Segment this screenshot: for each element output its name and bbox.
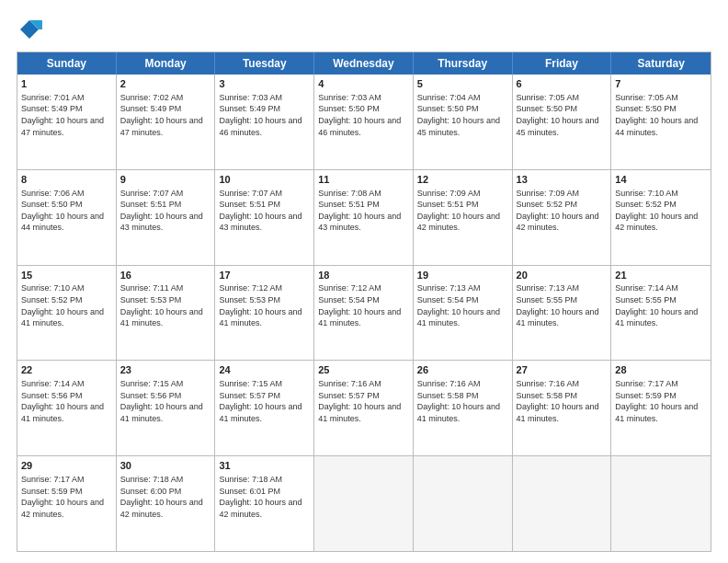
calendar-cell-5-1: 29Sunrise: 7:17 AM Sunset: 5:59 PM Dayli… (17, 456, 117, 551)
cell-info: Sunrise: 7:17 AM Sunset: 5:59 PM Dayligh… (21, 474, 112, 520)
calendar-cell-2-4: 11Sunrise: 7:08 AM Sunset: 5:51 PM Dayli… (314, 170, 414, 265)
calendar-cell-2-3: 10Sunrise: 7:07 AM Sunset: 5:51 PM Dayli… (215, 170, 314, 265)
day-number: 9 (120, 173, 211, 187)
calendar-cell-1-1: 1Sunrise: 7:01 AM Sunset: 5:49 PM Daylig… (17, 75, 117, 169)
day-number: 24 (219, 363, 310, 377)
header-tuesday: Tuesday (215, 52, 314, 75)
calendar-cell-4-3: 24Sunrise: 7:15 AM Sunset: 5:57 PM Dayli… (215, 361, 314, 455)
logo-icon (17, 17, 42, 42)
cell-info: Sunrise: 7:16 AM Sunset: 5:58 PM Dayligh… (417, 378, 508, 424)
calendar-cell-4-4: 25Sunrise: 7:16 AM Sunset: 5:57 PM Dayli… (314, 361, 414, 455)
cell-info: Sunrise: 7:08 AM Sunset: 5:51 PM Dayligh… (318, 188, 409, 234)
calendar-cell-1-6: 6Sunrise: 7:05 AM Sunset: 5:50 PM Daylig… (513, 75, 612, 169)
calendar-cell-4-1: 22Sunrise: 7:14 AM Sunset: 5:56 PM Dayli… (17, 361, 117, 455)
cell-info: Sunrise: 7:15 AM Sunset: 5:56 PM Dayligh… (120, 378, 211, 424)
day-number: 3 (219, 77, 310, 91)
calendar-cell-5-7 (611, 456, 711, 551)
calendar-week-2: 8Sunrise: 7:06 AM Sunset: 5:50 PM Daylig… (17, 170, 711, 266)
header-wednesday: Wednesday (314, 52, 414, 75)
cell-info: Sunrise: 7:05 AM Sunset: 5:50 PM Dayligh… (615, 92, 707, 138)
day-number: 30 (120, 459, 211, 473)
cell-info: Sunrise: 7:05 AM Sunset: 5:50 PM Dayligh… (517, 92, 608, 138)
cell-info: Sunrise: 7:18 AM Sunset: 6:00 PM Dayligh… (120, 474, 211, 520)
cell-info: Sunrise: 7:16 AM Sunset: 5:58 PM Dayligh… (517, 378, 608, 424)
cell-info: Sunrise: 7:04 AM Sunset: 5:50 PM Dayligh… (417, 92, 508, 138)
day-number: 8 (21, 173, 112, 187)
day-number: 28 (615, 363, 707, 377)
calendar-cell-1-7: 7Sunrise: 7:05 AM Sunset: 5:50 PM Daylig… (611, 75, 711, 169)
day-number: 31 (219, 459, 310, 473)
cell-info: Sunrise: 7:18 AM Sunset: 6:01 PM Dayligh… (219, 474, 310, 520)
day-number: 2 (120, 77, 211, 91)
cell-info: Sunrise: 7:14 AM Sunset: 5:56 PM Dayligh… (21, 378, 112, 424)
day-number: 13 (517, 173, 608, 187)
calendar-week-4: 22Sunrise: 7:14 AM Sunset: 5:56 PM Dayli… (17, 361, 711, 456)
day-number: 17 (219, 269, 310, 282)
day-number: 14 (615, 173, 707, 187)
calendar-cell-3-4: 18Sunrise: 7:12 AM Sunset: 5:54 PM Dayli… (314, 266, 414, 361)
header-thursday: Thursday (414, 52, 513, 75)
calendar-cell-2-6: 13Sunrise: 7:09 AM Sunset: 5:52 PM Dayli… (513, 170, 612, 265)
calendar-cell-3-6: 20Sunrise: 7:13 AM Sunset: 5:55 PM Dayli… (513, 266, 612, 361)
cell-info: Sunrise: 7:03 AM Sunset: 5:50 PM Dayligh… (318, 92, 409, 138)
calendar-cell-3-5: 19Sunrise: 7:13 AM Sunset: 5:54 PM Dayli… (414, 266, 513, 361)
cell-info: Sunrise: 7:16 AM Sunset: 5:57 PM Dayligh… (318, 378, 409, 424)
calendar-cell-4-6: 27Sunrise: 7:16 AM Sunset: 5:58 PM Dayli… (513, 361, 612, 455)
cell-info: Sunrise: 7:13 AM Sunset: 5:54 PM Dayligh… (417, 282, 508, 328)
day-number: 16 (120, 269, 211, 282)
day-number: 4 (318, 77, 409, 91)
calendar-cell-3-1: 15Sunrise: 7:10 AM Sunset: 5:52 PM Dayli… (17, 266, 117, 361)
calendar-cell-5-5 (414, 456, 513, 551)
day-number: 20 (517, 269, 608, 282)
day-number: 15 (21, 269, 112, 282)
cell-info: Sunrise: 7:09 AM Sunset: 5:51 PM Dayligh… (417, 188, 508, 234)
cell-info: Sunrise: 7:02 AM Sunset: 5:49 PM Dayligh… (120, 92, 211, 138)
day-number: 23 (120, 363, 211, 377)
day-number: 19 (417, 269, 508, 282)
calendar-header: Sunday Monday Tuesday Wednesday Thursday… (17, 52, 711, 75)
cell-info: Sunrise: 7:06 AM Sunset: 5:50 PM Dayligh… (21, 188, 112, 234)
calendar-cell-2-7: 14Sunrise: 7:10 AM Sunset: 5:52 PM Dayli… (611, 170, 711, 265)
cell-info: Sunrise: 7:15 AM Sunset: 5:57 PM Dayligh… (219, 378, 310, 424)
cell-info: Sunrise: 7:09 AM Sunset: 5:52 PM Dayligh… (517, 188, 608, 234)
header-monday: Monday (117, 52, 216, 75)
cell-info: Sunrise: 7:10 AM Sunset: 5:52 PM Dayligh… (615, 188, 707, 234)
cell-info: Sunrise: 7:10 AM Sunset: 5:52 PM Dayligh… (21, 282, 112, 328)
day-number: 26 (417, 363, 508, 377)
calendar-week-5: 29Sunrise: 7:17 AM Sunset: 5:59 PM Dayli… (17, 456, 711, 551)
calendar-week-3: 15Sunrise: 7:10 AM Sunset: 5:52 PM Dayli… (17, 266, 711, 362)
calendar-cell-4-5: 26Sunrise: 7:16 AM Sunset: 5:58 PM Dayli… (414, 361, 513, 455)
cell-info: Sunrise: 7:14 AM Sunset: 5:55 PM Dayligh… (615, 282, 707, 328)
cell-info: Sunrise: 7:07 AM Sunset: 5:51 PM Dayligh… (219, 188, 310, 234)
calendar-cell-2-1: 8Sunrise: 7:06 AM Sunset: 5:50 PM Daylig… (17, 170, 117, 265)
day-number: 25 (318, 363, 409, 377)
cell-info: Sunrise: 7:01 AM Sunset: 5:49 PM Dayligh… (21, 92, 112, 138)
calendar-cell-3-7: 21Sunrise: 7:14 AM Sunset: 5:55 PM Dayli… (611, 266, 711, 361)
header-friday: Friday (513, 52, 612, 75)
day-number: 10 (219, 173, 310, 187)
calendar-cell-1-3: 3Sunrise: 7:03 AM Sunset: 5:49 PM Daylig… (215, 75, 314, 169)
calendar-cell-3-3: 17Sunrise: 7:12 AM Sunset: 5:53 PM Dayli… (215, 266, 314, 361)
calendar-page: Sunday Monday Tuesday Wednesday Thursday… (0, 0, 728, 563)
calendar-cell-4-7: 28Sunrise: 7:17 AM Sunset: 5:59 PM Dayli… (611, 361, 711, 455)
calendar-cell-5-4 (314, 456, 414, 551)
day-number: 27 (517, 363, 608, 377)
calendar-cell-1-5: 5Sunrise: 7:04 AM Sunset: 5:50 PM Daylig… (414, 75, 513, 169)
day-number: 11 (318, 173, 409, 187)
calendar-cell-1-2: 2Sunrise: 7:02 AM Sunset: 5:49 PM Daylig… (117, 75, 216, 169)
calendar-cell-5-6 (513, 456, 612, 551)
logo (17, 17, 44, 42)
calendar-cell-5-2: 30Sunrise: 7:18 AM Sunset: 6:00 PM Dayli… (117, 456, 216, 551)
header-sunday: Sunday (17, 52, 117, 75)
day-number: 6 (517, 77, 608, 91)
cell-info: Sunrise: 7:03 AM Sunset: 5:49 PM Dayligh… (219, 92, 310, 138)
day-number: 7 (615, 77, 707, 91)
day-number: 18 (318, 269, 409, 282)
cell-info: Sunrise: 7:12 AM Sunset: 5:54 PM Dayligh… (318, 282, 409, 328)
calendar-cell-2-2: 9Sunrise: 7:07 AM Sunset: 5:51 PM Daylig… (117, 170, 216, 265)
calendar-cell-2-5: 12Sunrise: 7:09 AM Sunset: 5:51 PM Dayli… (414, 170, 513, 265)
day-number: 1 (21, 77, 112, 91)
day-number: 12 (417, 173, 508, 187)
cell-info: Sunrise: 7:17 AM Sunset: 5:59 PM Dayligh… (615, 378, 707, 424)
calendar-cell-1-4: 4Sunrise: 7:03 AM Sunset: 5:50 PM Daylig… (314, 75, 414, 169)
